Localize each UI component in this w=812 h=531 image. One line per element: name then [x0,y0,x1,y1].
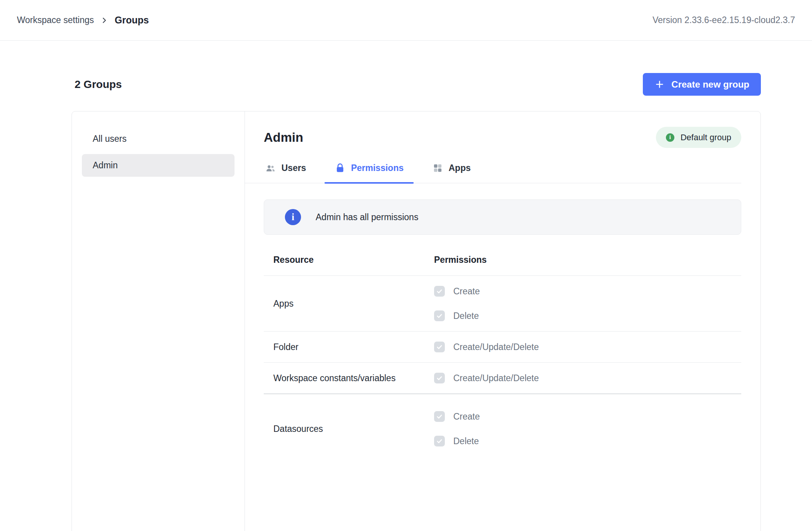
permission-item: Create [434,411,741,422]
sidebar-item-admin[interactable]: Admin [82,154,235,177]
resource-label: Workspace constants/variables [264,373,434,383]
chevron-right-icon [100,17,108,24]
table-header-row: Resource Permissions [264,239,741,276]
plus-icon [654,79,665,90]
tab-apps-label: Apps [449,163,471,173]
table-row-apps: Apps Create [264,276,741,332]
breadcrumb-workspace-settings[interactable]: Workspace settings [17,15,94,25]
checkbox-checked-disabled [434,411,445,422]
resource-label: Apps [264,299,434,309]
permission-label: Create [453,412,480,422]
permission-label: Create/Update/Delete [453,373,539,383]
tab-permissions[interactable]: Permissions [324,160,414,183]
groups-sidebar: All users Admin [72,111,245,531]
permission-label: Create/Update/Delete [453,342,539,352]
groups-card: All users Admin Admin i Default group Us… [72,111,761,531]
permission-item: Create [434,286,741,297]
permission-item: Create/Update/Delete [434,342,741,352]
column-header-resource: Resource [264,255,434,265]
column-header-permissions: Permissions [434,255,741,265]
create-new-group-button[interactable]: Create new group [643,73,761,96]
checkbox-checked-disabled [434,342,445,352]
sidebar-item-all-users[interactable]: All users [82,128,235,150]
info-icon: i [285,209,301,225]
breadcrumb-current-groups: Groups [115,15,149,26]
breadcrumb: Workspace settings Groups [17,15,149,26]
grid-icon [432,163,443,174]
tab-apps[interactable]: Apps [422,160,481,183]
tab-users-label: Users [281,163,306,173]
permission-item: Delete [434,436,741,446]
group-detail-panel: Admin i Default group Users Pe [245,111,760,531]
permission-label: Delete [453,311,479,321]
checkbox-checked-disabled [434,310,445,321]
tab-users[interactable]: Users [255,160,316,183]
default-group-badge-label: Default group [681,133,731,143]
default-group-badge: i Default group [656,127,741,148]
permission-item: Create/Update/Delete [434,373,741,383]
table-row-workspace-constants: Workspace constants/variables Create/Upd… [264,363,741,394]
group-tabs: Users Permissions Apps [245,160,741,183]
resource-label: Folder [264,342,434,352]
permissions-table: Resource Permissions Apps Create [264,239,741,456]
checkbox-checked-disabled [434,373,445,383]
table-row-folder: Folder Create/Update/Delete [264,332,741,363]
checkbox-checked-disabled [434,286,445,297]
version-label: Version 2.33.6-ee2.15.19-cloud2.3.7 [652,15,795,25]
permission-item: Delete [434,310,741,321]
info-icon: i [666,133,674,142]
lock-icon [334,163,346,174]
create-new-group-label: Create new group [671,79,749,90]
users-icon [265,163,276,174]
top-header: Workspace settings Groups Version 2.33.6… [0,0,812,41]
tab-permissions-label: Permissions [351,163,404,173]
group-header: Admin i Default group [264,127,741,148]
permissions-info-banner: i Admin has all permissions [264,199,741,235]
groups-count: 2 Groups [75,78,122,91]
table-row-datasources: Datasources Create [264,394,741,456]
permission-label: Delete [453,436,479,446]
permissions-info-text: Admin has all permissions [316,212,418,222]
resource-label: Datasources [264,424,434,434]
main-content: 2 Groups Create new group All users Admi… [0,73,812,531]
group-title: Admin [264,130,303,145]
checkbox-checked-disabled [434,436,445,446]
permission-label: Create [453,286,480,297]
groups-toolbar: 2 Groups Create new group [72,73,761,96]
